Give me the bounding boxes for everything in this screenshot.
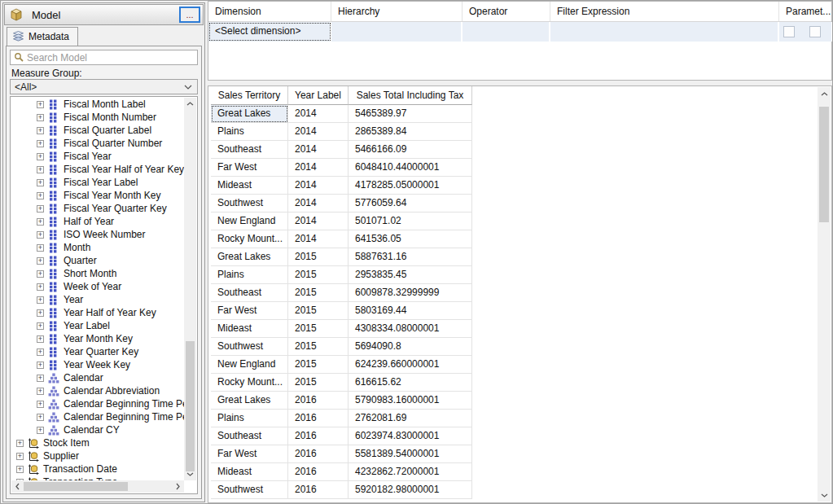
results-vertical-scrollbar[interactable] bbox=[818, 87, 831, 502]
table-cell[interactable]: 2014 bbox=[288, 105, 349, 123]
table-cell[interactable]: 2016 bbox=[288, 481, 349, 499]
table-cell[interactable]: 624239.660000001 bbox=[349, 356, 472, 374]
table-cell[interactable]: Far West bbox=[211, 159, 288, 177]
expand-icon[interactable]: + bbox=[37, 362, 44, 369]
parameter-checkbox[interactable] bbox=[809, 26, 821, 37]
table-cell[interactable]: 5466166.09 bbox=[349, 141, 472, 159]
table-cell[interactable]: 616615.62 bbox=[349, 374, 472, 392]
table-cell[interactable]: 2014 bbox=[288, 195, 349, 213]
expand-icon[interactable]: + bbox=[16, 466, 24, 473]
table-cell[interactable]: Southeast bbox=[211, 427, 288, 445]
tree-item[interactable]: + Month bbox=[11, 241, 184, 254]
expand-icon[interactable]: + bbox=[37, 309, 44, 317]
expand-icon[interactable]: + bbox=[37, 375, 44, 382]
table-cell[interactable]: 5920182.98000001 bbox=[349, 481, 472, 499]
table-cell[interactable]: 2016 bbox=[288, 392, 349, 410]
expand-icon[interactable]: + bbox=[16, 440, 24, 447]
expand-icon[interactable]: + bbox=[37, 414, 44, 421]
expand-icon[interactable]: + bbox=[37, 127, 44, 134]
table-cell[interactable]: 2015 bbox=[288, 320, 349, 338]
table-cell[interactable]: Mideast bbox=[211, 463, 288, 481]
table-cell[interactable]: 2016 bbox=[288, 410, 349, 427]
table-cell[interactable]: 2015 bbox=[288, 356, 349, 374]
table-cell[interactable]: 2015 bbox=[288, 266, 349, 284]
expand-icon[interactable]: + bbox=[37, 257, 44, 265]
table-cell[interactable]: Plains bbox=[211, 123, 288, 141]
tab-metadata[interactable]: Metadata bbox=[7, 27, 78, 46]
table-cell[interactable]: 2015 bbox=[288, 374, 349, 392]
expand-icon[interactable]: + bbox=[16, 453, 24, 460]
measure-group-dropdown[interactable]: <All> bbox=[10, 79, 198, 94]
expand-icon[interactable]: + bbox=[37, 218, 44, 226]
expand-icon[interactable]: + bbox=[37, 114, 44, 121]
filter-cell[interactable] bbox=[779, 22, 833, 42]
table-cell[interactable]: 2015 bbox=[288, 302, 349, 320]
tree-item[interactable]: + Calendar bbox=[11, 371, 184, 384]
expand-icon[interactable]: + bbox=[37, 270, 44, 278]
table-cell[interactable]: 2014 bbox=[288, 141, 349, 159]
tree-item[interactable]: + Fiscal Year Month Key bbox=[11, 189, 184, 202]
tree-item[interactable]: + Year Month Key bbox=[11, 332, 184, 345]
expand-icon[interactable]: + bbox=[37, 296, 44, 304]
table-cell[interactable]: 5803169.44 bbox=[349, 302, 472, 320]
expand-icon[interactable]: + bbox=[37, 205, 44, 213]
expand-icon[interactable]: + bbox=[37, 166, 44, 173]
table-cell[interactable]: New England bbox=[211, 356, 288, 374]
table-cell[interactable]: 4308334.08000001 bbox=[349, 320, 472, 338]
expand-icon[interactable]: + bbox=[37, 322, 44, 330]
table-cell[interactable]: Plains bbox=[211, 410, 288, 427]
scroll-up-icon[interactable] bbox=[184, 98, 196, 110]
expand-icon[interactable]: + bbox=[37, 192, 44, 199]
table-cell[interactable]: Mideast bbox=[211, 177, 288, 195]
tree-item[interactable]: + Fiscal Quarter Label bbox=[11, 124, 184, 137]
tree-item[interactable]: + Fiscal Year bbox=[11, 150, 184, 163]
table-cell[interactable]: 5887631.16 bbox=[349, 248, 472, 266]
filter-cell[interactable] bbox=[550, 22, 779, 42]
table-cell[interactable]: New England bbox=[211, 213, 288, 230]
tree-item[interactable]: + Fiscal Quarter Number bbox=[11, 137, 184, 150]
table-cell[interactable]: Far West bbox=[211, 302, 288, 320]
tree-vscroll-thumb[interactable] bbox=[186, 341, 195, 471]
tree-horizontal-scrollbar[interactable] bbox=[11, 480, 184, 493]
table-cell[interactable]: 2953835.45 bbox=[349, 266, 472, 284]
tree-item[interactable]: + Fiscal Year Half of Year Key bbox=[11, 163, 184, 176]
table-cell[interactable]: 4232862.72000001 bbox=[349, 463, 472, 481]
table-cell[interactable]: Great Lakes bbox=[211, 392, 288, 410]
scroll-down-icon[interactable] bbox=[818, 489, 831, 502]
table-cell[interactable]: 2865389.84 bbox=[349, 123, 472, 141]
expand-icon[interactable]: + bbox=[37, 101, 44, 108]
tree-item[interactable]: + Quarter bbox=[11, 254, 184, 267]
tree-item[interactable]: + Stock Item bbox=[11, 436, 184, 449]
tree-item[interactable]: + Supplier bbox=[11, 449, 184, 462]
expand-icon[interactable]: + bbox=[37, 153, 44, 160]
tree-item[interactable]: + Calendar Abbreviation bbox=[11, 384, 184, 397]
tree-hscroll-thumb[interactable] bbox=[24, 482, 128, 491]
parameter-checkbox[interactable] bbox=[783, 26, 795, 37]
tree-item[interactable]: + Fiscal Month Number bbox=[11, 111, 184, 124]
tree-item[interactable]: + Calendar Beginning Time Per bbox=[11, 410, 184, 423]
tree-vertical-scrollbar[interactable] bbox=[184, 98, 196, 480]
tree-item[interactable]: + Year Quarter Key bbox=[11, 345, 184, 358]
table-cell[interactable]: Rocky Mount... bbox=[211, 230, 288, 248]
table-cell[interactable]: 6023974.83000001 bbox=[349, 427, 472, 445]
expand-icon[interactable]: + bbox=[37, 231, 44, 239]
table-cell[interactable]: 2762081.69 bbox=[349, 410, 472, 427]
tree-item[interactable]: + Short Month bbox=[11, 267, 184, 280]
tree-item[interactable]: + Year Week Key bbox=[11, 358, 184, 371]
table-cell[interactable]: 5776059.64 bbox=[349, 195, 472, 213]
expand-icon[interactable]: + bbox=[37, 348, 44, 356]
table-cell[interactable]: Great Lakes bbox=[211, 248, 288, 266]
table-cell[interactable]: Southeast bbox=[211, 141, 288, 159]
table-cell[interactable]: 2014 bbox=[288, 213, 349, 230]
table-cell[interactable]: Great Lakes bbox=[211, 105, 288, 123]
filter-cell[interactable] bbox=[463, 22, 550, 42]
table-cell[interactable]: 6048410.44000001 bbox=[349, 159, 472, 177]
table-cell[interactable]: 2015 bbox=[288, 338, 349, 356]
table-cell[interactable]: Southwest bbox=[211, 338, 288, 356]
table-cell[interactable]: 4178285.05000001 bbox=[349, 177, 472, 195]
scroll-down-icon[interactable] bbox=[184, 468, 196, 480]
table-cell[interactable]: Rocky Mount... bbox=[211, 374, 288, 392]
table-cell[interactable]: 2016 bbox=[288, 445, 349, 463]
tree-item[interactable]: + Year Label bbox=[11, 319, 184, 332]
table-cell[interactable]: Southwest bbox=[211, 481, 288, 499]
